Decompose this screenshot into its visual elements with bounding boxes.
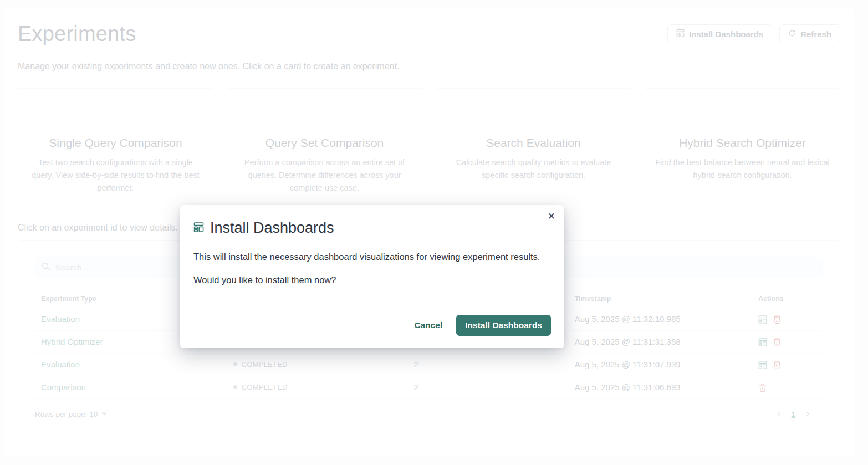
modal-body-line: Would you like to install them now?: [193, 275, 551, 285]
confirm-install-dashboards-button[interactable]: Install Dashboards: [456, 315, 551, 336]
install-dashboards-modal: ✕ Install Dashboards This will install t…: [180, 205, 564, 348]
modal-header: Install Dashboards: [193, 219, 551, 237]
close-icon[interactable]: ✕: [545, 209, 558, 223]
modal-body-line: This will install the necessary dashboar…: [193, 252, 551, 262]
cancel-button[interactable]: Cancel: [414, 320, 442, 330]
modal-body: This will install the necessary dashboar…: [193, 252, 551, 285]
dashboard-icon: [193, 222, 204, 234]
modal-title: Install Dashboards: [210, 219, 334, 237]
modal-footer: Cancel Install Dashboards: [414, 315, 551, 336]
